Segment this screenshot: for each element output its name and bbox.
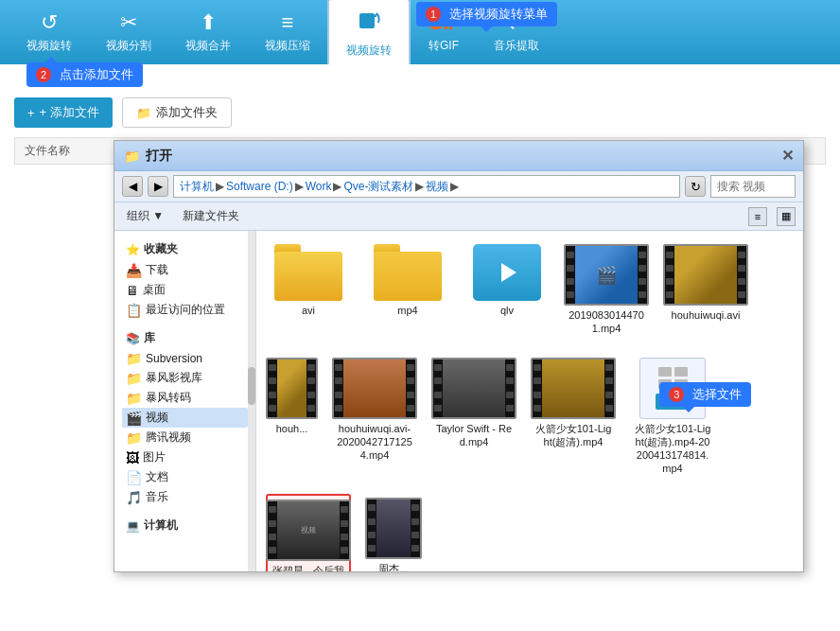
baofeng-media-icon: 📁 — [126, 371, 142, 386]
tooltip-add-file: 2 点击添加文件 — [26, 62, 143, 87]
video-thumb-zhang: 视频 — [266, 500, 351, 561]
desktop-icon: 🖥 — [126, 283, 139, 298]
address-path[interactable]: 计算机 ▶ Software (D:) ▶ Work ▶ Qve-测试素材 ▶ … — [173, 175, 680, 198]
tooltip1-text: 选择视频旋转菜单 — [449, 7, 548, 21]
video-merge-icon: ⬆ — [200, 10, 217, 35]
tencent-video-icon: 📁 — [126, 430, 142, 446]
action-buttons-row: + + 添加文件 📁 添加文件夹 — [14, 97, 826, 128]
pictures-icon: 🖼 — [126, 450, 139, 465]
video-zhoujie-label: 周杰... — [378, 562, 408, 571]
folder-mp4-label: mp4 — [397, 304, 417, 317]
svg-rect-0 — [359, 13, 375, 28]
badge-2: 2 — [36, 67, 51, 82]
scrollbar-thumb[interactable] — [248, 367, 255, 405]
tree-item-video[interactable]: 🎬 视频 — [122, 408, 248, 428]
computer-section: 💻 计算机 — [122, 515, 248, 536]
add-file-button[interactable]: + + 添加文件 — [14, 97, 113, 128]
tree-item-baofeng-media[interactable]: 📁 暴风影视库 — [122, 368, 248, 388]
toolbar-item-video-compress[interactable]: ≡ 视频压缩 — [248, 3, 327, 61]
tree-item-subversion[interactable]: 📁 Subversion — [122, 349, 248, 368]
nav-tree: ⭐ 收藏夹 📥 下载 🖥 桌面 📋 最近访问的位置 — [114, 231, 256, 571]
video-zhang-label: 张碧晨 - 今后我与自己流浪.mp4 — [271, 564, 345, 571]
favorites-header[interactable]: ⭐ 收藏夹 — [122, 238, 248, 260]
video-zhoujie-partial[interactable]: 周杰... — [365, 494, 422, 571]
dialog-titlebar: 📁 打开 ✕ — [114, 141, 803, 171]
folder-qlv-label: qlv — [500, 304, 514, 317]
folder-avi[interactable]: avi — [266, 240, 351, 340]
folder-mp4[interactable]: mp4 — [365, 240, 450, 340]
add-folder-button[interactable]: 📁 添加文件夹 — [122, 97, 232, 128]
scrollbar-track[interactable] — [248, 231, 255, 571]
tree-item-desktop[interactable]: 🖥 桌面 — [122, 280, 248, 300]
new-folder-button[interactable]: 新建文件夹 — [178, 206, 244, 226]
subversion-icon: 📁 — [126, 351, 142, 366]
baofeng-transcode-icon: 📁 — [126, 391, 142, 406]
path-software[interactable]: Software (D:) — [226, 180, 293, 193]
computer-header[interactable]: 💻 计算机 — [122, 515, 248, 536]
video-houhuiwuqi[interactable]: houhuiwuqi.avi — [663, 240, 748, 340]
badge-3: 3 — [669, 387, 684, 402]
path-qve[interactable]: Qve-测试素材 — [343, 179, 413, 195]
mp4-file-label: 火箭少女101-Light(超清).mp4-20200413174814.mp4 — [634, 422, 711, 476]
toolbar-item-label-merge: 视频合并 — [185, 38, 231, 54]
video-zhangbichen[interactable]: 视频 张碧晨 - 今后我与自己流浪.mp4 — [266, 494, 351, 571]
add-file-plus-icon: + — [27, 106, 35, 120]
tree-item-recent[interactable]: 📋 最近访问的位置 — [122, 300, 248, 320]
tree-item-pictures[interactable]: 🖼 图片 — [122, 447, 248, 467]
video-huojian-label: 火箭少女101-Light(超清).mp4 — [534, 422, 612, 449]
video-thumb-houhuiwuqi2 — [332, 358, 417, 419]
main-toolbar: 1 选择视频旋转菜单 ↺ 视频旋转 ✂ 视频分割 ⬆ 视频合并 ≡ 视频压缩 — [0, 0, 840, 64]
video-houh-partial[interactable]: houh... — [266, 354, 318, 480]
qlv-icon — [473, 244, 541, 301]
toolbar-item-label-cut: 视频分割 — [106, 38, 151, 54]
tree-item-tencent-video[interactable]: 📁 腾讯视频 — [122, 428, 248, 447]
library-icon: 📚 — [126, 332, 140, 345]
video-20190830-label: 20190830144701.mp4 — [568, 308, 645, 336]
path-work[interactable]: Work — [306, 180, 332, 193]
toolbar-active-label: 视频旋转 — [346, 43, 392, 59]
path-videos[interactable]: 视频 — [426, 179, 448, 195]
forward-button[interactable]: ▶ — [148, 176, 168, 197]
toolbar-item-video-cut[interactable]: ✂ 视频分割 — [89, 3, 168, 61]
tree-item-baofeng-transcode[interactable]: 📁 暴风转码 — [122, 388, 248, 408]
organize-button[interactable]: 组织 ▼ — [122, 206, 168, 226]
video-houhuiwuqi2[interactable]: houhuiwuqi.avi-20200427171254.mp4 — [332, 354, 417, 480]
tree-item-docs[interactable]: 📄 文档 — [122, 467, 248, 487]
video-cut-icon: ✂ — [120, 10, 137, 35]
tree-item-music[interactable]: 🎵 音乐 — [122, 487, 248, 507]
file-open-dialog: 📁 打开 ✕ ◀ ▶ 计算机 ▶ Software (D:) ▶ Work ▶ … — [114, 140, 804, 572]
refresh-button[interactable]: ↻ — [685, 176, 706, 197]
path-computer[interactable]: 计算机 — [180, 179, 214, 195]
toolbar-item-video-merge[interactable]: ⬆ 视频合并 — [168, 3, 248, 61]
dialog-icon: 📁 — [124, 149, 140, 164]
tree-item-download[interactable]: 📥 下载 — [122, 260, 248, 280]
search-box[interactable] — [710, 175, 796, 198]
video-houhuiwuqi2-label: houhuiwuqi.avi-20200427171254.mp4 — [336, 422, 413, 463]
mp4-file-icon[interactable]: MP4 火箭少女101-Light(超清).mp4-20200413174814… — [630, 354, 715, 480]
back-button[interactable]: ◀ — [122, 176, 143, 197]
video-thumb-zhoujie — [365, 498, 422, 559]
library-header[interactable]: 📚 库 — [122, 327, 248, 349]
view-list-button[interactable]: ≡ — [748, 207, 767, 226]
music-icon: 🎵 — [126, 490, 142, 505]
star-icon: ⭐ — [126, 243, 140, 256]
video-taylor-swift[interactable]: Taylor Swift - Red.mp4 — [431, 354, 516, 480]
video-huojian[interactable]: 火箭少女101-Light(超清).mp4 — [531, 354, 616, 480]
video-thumb-20190830: 🎬 — [564, 244, 649, 306]
download-icon: 📥 — [126, 263, 142, 278]
video-rotate-active-icon — [356, 8, 382, 40]
view-grid-button[interactable]: ▦ — [777, 207, 796, 226]
tooltip3-text: 选择文件 — [692, 387, 742, 401]
dialog-title: 打开 — [146, 148, 172, 165]
video-thumb-taylor — [431, 358, 516, 419]
video-thumb-houhuiwuqi — [663, 244, 748, 306]
docs-icon: 📄 — [126, 470, 142, 485]
search-input[interactable] — [717, 180, 793, 193]
toolbar-item-label-compress: 视频压缩 — [265, 38, 310, 54]
folder-avi-label: avi — [302, 304, 315, 317]
video-thumb-huojian — [531, 358, 616, 419]
video-20190830[interactable]: 🎬 20190830144701.mp4 — [564, 240, 649, 340]
dialog-close-button[interactable]: ✕ — [781, 147, 794, 165]
toolbar-item-video-rotate-active[interactable]: 视频旋转 — [327, 0, 411, 68]
folder-qlv[interactable]: qlv — [464, 240, 550, 340]
